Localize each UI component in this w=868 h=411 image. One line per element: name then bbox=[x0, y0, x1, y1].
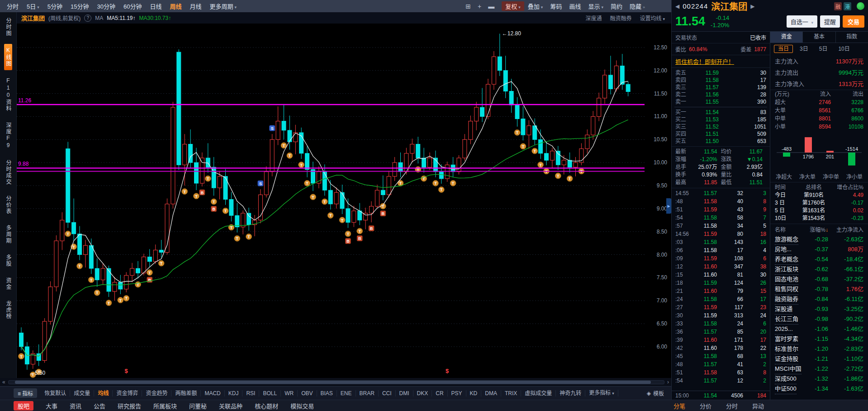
tool-显示[interactable]: 显示▾ bbox=[584, 1, 607, 11]
tool-画线[interactable]: 画线 bbox=[565, 1, 584, 11]
indicator-成交量[interactable]: 成交量 bbox=[70, 390, 94, 397]
sector-name[interactable]: 长江三角 bbox=[775, 314, 798, 325]
add-icon[interactable]: + bbox=[478, 3, 481, 10]
sector-row[interactable]: 标准普尔-1.20-2.83亿 bbox=[770, 344, 868, 354]
open-account-link[interactable]: 抓住机会！即刻开户！ bbox=[675, 58, 734, 65]
indicator-KD[interactable]: KD bbox=[466, 390, 482, 397]
chart-link-深度通[interactable]: 深度通 bbox=[585, 14, 602, 22]
sector-row[interactable]: 旅游概念-0.28-2.63亿 bbox=[770, 234, 868, 244]
sector-name[interactable]: 养老概念 bbox=[775, 254, 798, 265]
tool-复权[interactable]: 复权▾ bbox=[502, 1, 524, 11]
bottom-tab-所属板块[interactable]: 所属板块 bbox=[153, 401, 177, 410]
rank-value[interactable]: 第1543名 bbox=[793, 215, 835, 222]
trade-button[interactable]: 交易 bbox=[843, 15, 864, 28]
sidebar-item-F10资料[interactable]: F10资料 bbox=[4, 74, 12, 115]
sector-name[interactable]: 标准普尔 bbox=[775, 344, 798, 354]
indicator-CR[interactable]: CR bbox=[432, 390, 447, 397]
bottom-tab-大事[interactable]: 大事 bbox=[46, 401, 57, 410]
sector-row[interactable]: 中证500-1.34-1.63亿 bbox=[770, 384, 868, 394]
tool-叠加[interactable]: 叠加▾ bbox=[524, 1, 547, 11]
bottom-tab-问董秘[interactable]: 问董秘 bbox=[189, 401, 207, 410]
bottom-tab-股吧[interactable]: 股吧 bbox=[14, 401, 33, 411]
sector-row[interactable]: 房地...-0.37808万 bbox=[770, 244, 868, 254]
alert-button[interactable]: 提醒 bbox=[820, 15, 840, 28]
sector-header-pct[interactable]: 涨幅%↓ bbox=[804, 225, 828, 233]
user-avatar[interactable] bbox=[857, 2, 864, 10]
sector-row[interactable]: MSCI中国-1.22-2.72亿 bbox=[770, 364, 868, 374]
panel-collapse-handle[interactable]: ▶ bbox=[666, 198, 671, 214]
indicator-DMA[interactable]: DMA bbox=[481, 390, 501, 397]
sector-name[interactable]: 深股通 bbox=[775, 304, 792, 315]
sector-name[interactable]: 富时罗素 bbox=[775, 334, 798, 344]
indicator-RSI[interactable]: RSI bbox=[242, 390, 259, 397]
sector-row[interactable]: 2025...-1.06-1.46亿 bbox=[770, 324, 868, 334]
indicator-MACD[interactable]: MACD bbox=[201, 390, 224, 397]
sector-row[interactable]: 富时罗素-1.15-4.34亿 bbox=[770, 334, 868, 344]
tick-tab-分时[interactable]: 分时 bbox=[726, 401, 738, 410]
minus-icon[interactable]: ▬ bbox=[488, 3, 494, 10]
layout-grid-icon[interactable]: ⊞ bbox=[465, 3, 471, 10]
indicator-两融差额[interactable]: 两融差额 bbox=[171, 390, 201, 397]
period-更多周期[interactable]: 更多周期▾ bbox=[205, 2, 241, 10]
fund-subtab-10日[interactable]: 10日 bbox=[834, 45, 854, 53]
tick-tab-分价[interactable]: 分价 bbox=[700, 401, 711, 410]
period-5分钟[interactable]: 5分钟 bbox=[43, 2, 66, 10]
sidebar-item-深度F9[interactable]: 深度F9 bbox=[4, 119, 12, 153]
sector-row[interactable]: 深成500-1.32-1.86亿 bbox=[770, 374, 868, 384]
scroll-left-icon[interactable]: « bbox=[2, 379, 5, 385]
sector-name[interactable]: 浙江板块 bbox=[775, 264, 798, 275]
sidebar-item-分价表[interactable]: 分价表 bbox=[4, 192, 12, 218]
fund-subtab-当日[interactable]: 当日 bbox=[774, 45, 793, 53]
period-5日[interactable]: 5日▾ bbox=[23, 2, 43, 10]
ma-menu[interactable]: MA bbox=[95, 15, 103, 21]
rank-value[interactable]: 第910名 bbox=[793, 191, 835, 199]
tool-隐藏[interactable]: 隐藏» bbox=[626, 1, 649, 11]
sector-name[interactable]: 融资融券 bbox=[775, 294, 798, 305]
template-button[interactable]: ◈模板 bbox=[647, 389, 664, 397]
kline-chart[interactable]: TTTTTTTTTTTTTBTTTBTTBTTTTSSTTTTTTTTTBTBB… bbox=[17, 24, 645, 378]
indicator-ENE[interactable]: ENE bbox=[337, 390, 356, 397]
sector-row[interactable]: 证金持股-1.21-1.10亿 bbox=[770, 354, 868, 364]
fund-tab-资金[interactable]: 资金 bbox=[770, 32, 803, 43]
sector-name[interactable]: 固态电池 bbox=[775, 274, 798, 285]
sidebar-item-多股[interactable]: 多股 bbox=[4, 251, 12, 270]
period-15分钟[interactable]: 15分钟 bbox=[66, 2, 93, 10]
period-周线[interactable]: 周线 bbox=[166, 2, 185, 10]
chart-stock-title[interactable]: 滨江集团 bbox=[21, 14, 45, 22]
indicator-BOLL[interactable]: BOLL bbox=[259, 390, 281, 397]
indicator-DMI[interactable]: DMI bbox=[396, 390, 413, 397]
bottom-tab-模拟交易[interactable]: 模拟交易 bbox=[290, 401, 314, 410]
fund-tab-指数[interactable]: 指数 bbox=[836, 32, 868, 43]
prev-stock-arrow-icon[interactable]: ◀ bbox=[675, 3, 679, 10]
sidebar-item-多周期[interactable]: 多周期 bbox=[4, 222, 12, 247]
sector-name[interactable]: 证金持股 bbox=[775, 354, 798, 364]
tool-简约[interactable]: 简约 bbox=[607, 1, 626, 11]
sidebar-item-分时图[interactable]: 分时图 bbox=[4, 14, 12, 40]
sector-row[interactable]: 融资融券-0.84-6.11亿 bbox=[770, 294, 868, 304]
indicator-神奇九转[interactable]: 神奇九转 bbox=[556, 390, 585, 397]
sector-name[interactable]: 深成500 bbox=[775, 374, 797, 384]
sector-name[interactable]: MSCI中国 bbox=[775, 364, 802, 374]
indicator-CCI[interactable]: CCI bbox=[379, 390, 396, 397]
indicator-资金博弈[interactable]: 资金博弈 bbox=[113, 390, 142, 397]
sector-row[interactable]: 浙江板块-0.62-66.1亿 bbox=[770, 264, 868, 274]
indicator-BIAS[interactable]: BIAS bbox=[317, 390, 337, 397]
tick-tab-分笔[interactable]: 分笔 bbox=[674, 401, 685, 410]
tool-筹码[interactable]: 筹码 bbox=[546, 1, 565, 11]
sector-row[interactable]: 固态电池-0.68-37.2亿 bbox=[770, 274, 868, 284]
indicator-BRAR[interactable]: BRAR bbox=[356, 390, 379, 397]
indicator-资金趋势[interactable]: 资金趋势 bbox=[142, 390, 171, 397]
rank-value[interactable]: 第1631名 bbox=[793, 207, 835, 215]
bottom-tab-资讯[interactable]: 资讯 bbox=[70, 401, 81, 410]
sector-name[interactable]: 房地... bbox=[775, 244, 792, 255]
indicator-TRIX[interactable]: TRIX bbox=[501, 390, 521, 397]
tick-list[interactable]: 14:5511.57323:4811.58408:5111.59439:5411… bbox=[672, 188, 770, 391]
indicator-KDJ[interactable]: KDJ bbox=[225, 390, 243, 397]
indicator-更多指标[interactable]: 更多指标▾ bbox=[585, 390, 618, 397]
period-30分钟[interactable]: 30分钟 bbox=[93, 2, 119, 10]
indicator-PSY[interactable]: PSY bbox=[448, 390, 466, 397]
fund-subtab-5日[interactable]: 5日 bbox=[815, 45, 832, 53]
tick-tab-异动[interactable]: 异动 bbox=[752, 401, 764, 410]
bottom-tab-公告[interactable]: 公告 bbox=[94, 401, 105, 410]
indicator-虚拟成交量[interactable]: 虚拟成交量 bbox=[521, 390, 556, 397]
